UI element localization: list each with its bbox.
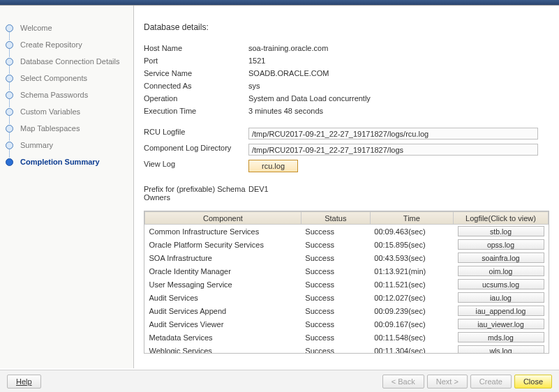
wizard-step[interactable]: Summary: [6, 137, 128, 153]
table-row: Weblogic ServicesSuccess00:11.304(sec)wl…: [145, 344, 549, 354]
header-bar: [0, 0, 559, 6]
cell-component: SOA Infrastructure: [145, 251, 301, 264]
cell-time: 00:11.521(sec): [370, 278, 453, 291]
step-circle-icon: [6, 158, 13, 166]
table-row: Audit Services ViewerSuccess00:09.167(se…: [145, 317, 549, 331]
step-circle-icon: [6, 91, 13, 99]
logfile-button[interactable]: mds.log: [458, 332, 544, 342]
table-row: Oracle Identity ManagerSuccess01:13.921(…: [145, 264, 549, 278]
wizard-sidebar: WelcomeCreate RepositoryDatabase Connect…: [0, 6, 134, 368]
th-logfile: Logfile(Click to view): [454, 212, 549, 225]
create-button: Create: [470, 375, 512, 389]
logfile-button[interactable]: opss.log: [458, 239, 544, 250]
wizard-step[interactable]: Welcome: [6, 20, 128, 36]
cell-status: Success: [301, 278, 370, 291]
step-circle-icon: [6, 41, 13, 49]
cell-component: Oracle Identity Manager: [145, 264, 301, 278]
step-circle-icon: [6, 24, 13, 32]
step-label: Map Tablespaces: [20, 124, 80, 133]
cell-status: Success: [301, 331, 370, 344]
cell-time: 00:11.548(sec): [370, 331, 453, 344]
view-log-button[interactable]: rcu.log: [248, 160, 298, 172]
logfile-button[interactable]: iau_viewer.log: [458, 319, 544, 329]
th-component: Component: [145, 212, 301, 225]
footer-bar: Help < Back Next > Create Close: [0, 370, 559, 392]
step-circle-icon: [6, 58, 13, 66]
logfile-button[interactable]: stb.log: [458, 226, 544, 236]
wizard-step[interactable]: Completion Summary: [6, 153, 128, 170]
exectime-label: Execution Time: [144, 105, 248, 117]
cell-status: Success: [301, 251, 370, 264]
table-row: Metadata ServicesSuccess00:11.548(sec)md…: [145, 331, 549, 344]
cell-time: 00:12.027(sec): [370, 291, 453, 304]
cell-component: Metadata Services: [145, 331, 301, 344]
prefix-value: DEV1: [248, 183, 549, 204]
wizard-step[interactable]: Custom Variables: [6, 103, 128, 120]
logfile-button[interactable]: iau_append.log: [458, 306, 544, 316]
cell-component: Common Infrastructure Services: [145, 225, 301, 239]
operation-value: System and Data Load concurrently: [248, 92, 549, 105]
help-button[interactable]: Help: [7, 375, 41, 389]
cell-component: Audit Services Append: [145, 304, 301, 317]
wizard-step[interactable]: Map Tablespaces: [6, 120, 128, 137]
table-row: Common Infrastructure ServicesSuccess00:…: [145, 225, 549, 239]
cell-time: 01:13.921(min): [370, 264, 453, 278]
host-label: Host Name: [144, 42, 248, 54]
prefix-details: Prefix for (prefixable) Schema Owners DE…: [144, 183, 549, 204]
cell-component: Audit Services Viewer: [145, 317, 301, 331]
step-circle-icon: [6, 75, 13, 82]
service-label: Service Name: [144, 67, 248, 80]
logfile-button[interactable]: oim.log: [458, 266, 544, 276]
logfile-button[interactable]: ucsums.log: [458, 279, 544, 289]
section-title: Database details:: [144, 22, 549, 32]
database-details: Host Name soa-training.oracle.com Port 1…: [144, 42, 549, 117]
cell-component: Audit Services: [145, 291, 301, 304]
exectime-value: 3 minutes 48 seconds: [248, 105, 549, 117]
cell-time: 00:43.593(sec): [370, 251, 453, 264]
th-time: Time: [370, 212, 453, 225]
step-circle-icon: [6, 125, 13, 133]
cell-time: 00:09.463(sec): [370, 225, 453, 239]
step-circle-icon: [6, 142, 13, 149]
step-label: Schema Passwords: [20, 91, 88, 99]
service-value: SOADB.ORACLE.COM: [248, 67, 549, 80]
logfile-button[interactable]: wls.log: [458, 345, 544, 354]
step-label: Database Connection Details: [20, 57, 119, 66]
cell-time: 00:09.167(sec): [370, 317, 453, 331]
rcu-log-field[interactable]: [248, 128, 538, 140]
step-label: Create Repository: [20, 40, 82, 49]
view-log-label: View Log: [144, 158, 248, 174]
log-details: RCU Logfile Component Log Directory View…: [144, 126, 549, 174]
content-panel: Database details: Host Name soa-training…: [134, 6, 559, 368]
table-row: User Messaging ServiceSuccess00:11.521(s…: [145, 278, 549, 291]
table-row: Audit ServicesSuccess00:12.027(sec)iau.l…: [145, 291, 549, 304]
wizard-step[interactable]: Create Repository: [6, 36, 128, 53]
cell-status: Success: [301, 344, 370, 354]
cell-time: 00:11.304(sec): [370, 344, 453, 354]
main-area: WelcomeCreate RepositoryDatabase Connect…: [0, 6, 559, 368]
cell-component: User Messaging Service: [145, 278, 301, 291]
th-status: Status: [301, 212, 370, 225]
comp-log-field[interactable]: [248, 144, 538, 156]
step-label: Completion Summary: [20, 158, 100, 166]
host-value: soa-training.oracle.com: [248, 42, 549, 54]
wizard-step[interactable]: Select Components: [6, 70, 128, 86]
cell-status: Success: [301, 238, 370, 251]
step-circle-icon: [6, 108, 13, 116]
table-row: Audit Services AppendSuccess00:09.239(se…: [145, 304, 549, 317]
cell-status: Success: [301, 225, 370, 239]
component-table-area: Component Status Time Logfile(Click to v…: [144, 211, 549, 354]
wizard-step[interactable]: Schema Passwords: [6, 86, 128, 103]
step-label: Summary: [20, 141, 53, 149]
step-label: Welcome: [20, 24, 52, 32]
logfile-button[interactable]: iau.log: [458, 292, 544, 303]
wizard-step[interactable]: Database Connection Details: [6, 53, 128, 70]
operation-label: Operation: [144, 92, 248, 105]
logfile-button[interactable]: soainfra.log: [458, 252, 544, 263]
prefix-label: Prefix for (prefixable) Schema Owners: [144, 183, 248, 204]
cell-time: 00:09.239(sec): [370, 304, 453, 317]
close-button[interactable]: Close: [514, 375, 552, 389]
connected-value: sys: [248, 80, 549, 92]
connected-label: Connected As: [144, 80, 248, 92]
cell-status: Success: [301, 317, 370, 331]
